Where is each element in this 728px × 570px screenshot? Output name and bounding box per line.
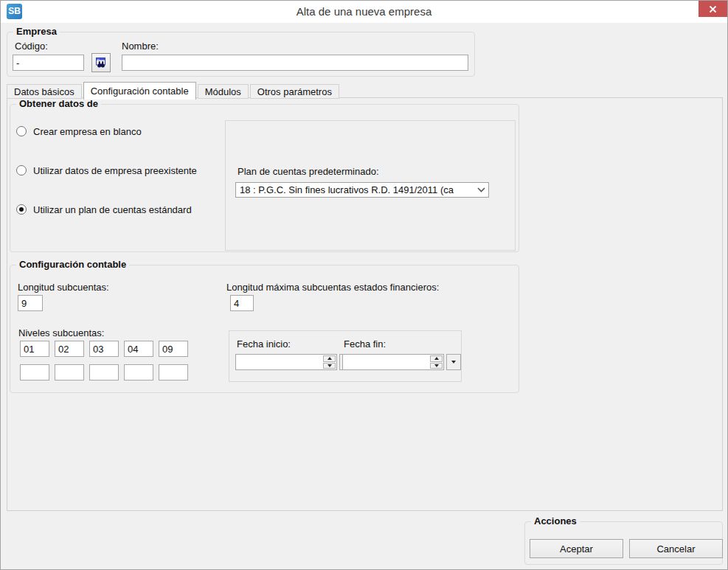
nivel-input-1[interactable] (20, 341, 49, 357)
fecha-inicio-label: Fecha inicio: (237, 338, 291, 350)
tab-configuracion-contable[interactable]: Configuración contable (83, 82, 196, 100)
nivel-input-4[interactable] (124, 341, 153, 357)
fecha-inicio-input[interactable] (236, 355, 310, 369)
titlebar: SB Alta de una nueva empresa (1, 1, 727, 23)
radio-datos-preexistente[interactable]: Utilizar datos de empresa preexistente (16, 164, 197, 176)
tabstrip: Datos básicos Configuración contable Mód… (7, 81, 341, 99)
configuracion-contable-group-title: Configuración contable (16, 259, 129, 270)
spin-up-button[interactable] (323, 355, 336, 362)
dialog-window: SB Alta de una nueva empresa Empresa Cód… (0, 0, 728, 570)
configuracion-contable-group: Configuración contable Longitud subcuent… (10, 265, 519, 393)
down-arrow-icon (434, 364, 439, 367)
aceptar-button[interactable]: Aceptar (530, 539, 623, 558)
down-arrow-icon (451, 361, 456, 364)
close-button[interactable] (698, 1, 727, 17)
up-arrow-icon (327, 357, 332, 360)
radio-crear-empresa-blanco[interactable]: Crear empresa en blanco (16, 125, 142, 137)
longitud-subcuentas-label: Longitud subcuentas: (18, 282, 109, 293)
down-arrow-icon (327, 364, 332, 367)
tab-datos-basicos[interactable]: Datos básicos (7, 84, 82, 99)
radio-button-icon[interactable] (16, 126, 27, 136)
nivel-input-2[interactable] (55, 341, 84, 357)
nombre-input[interactable] (122, 55, 468, 71)
acciones-group-title: Acciones (531, 515, 580, 526)
codigo-input[interactable] (13, 55, 84, 71)
nivel-input-5[interactable] (159, 341, 188, 357)
radio-button-icon[interactable] (16, 165, 27, 175)
fecha-fin-label: Fecha fin: (344, 338, 386, 350)
nivel-input-10[interactable] (159, 364, 188, 380)
plan-cuentas-combobox-value: 18 : P.G.C. Sin fines lucrativos R.D. 14… (240, 184, 454, 195)
spin-up-button[interactable] (430, 355, 443, 362)
fecha-inicio-spinner (323, 355, 336, 369)
radio-label: Crear empresa en blanco (33, 126, 142, 137)
fecha-inicio-field[interactable] (235, 354, 337, 370)
longitud-maxima-label: Longitud máxima subcuentas estados finan… (226, 282, 439, 293)
nivel-input-3[interactable] (89, 341, 119, 357)
longitud-subcuentas-input[interactable] (18, 295, 43, 311)
radio-button-selected-icon[interactable] (16, 204, 27, 215)
binoculars-search-icon (95, 57, 107, 69)
acciones-group: Acciones Aceptar Cancelar (524, 521, 723, 565)
radio-plan-cuentas-estandar[interactable]: Utilizar un plan de cuentas estándard (16, 204, 192, 215)
close-icon (709, 5, 717, 13)
fecha-fin-field[interactable] (342, 354, 444, 370)
search-button[interactable] (91, 53, 111, 72)
nombre-label: Nombre: (122, 41, 159, 52)
niveles-subcuentas-label: Niveles subcuentas: (18, 327, 104, 338)
spin-down-button[interactable] (323, 363, 336, 369)
tab-modulos[interactable]: Módulos (198, 84, 249, 99)
nivel-input-9[interactable] (124, 364, 153, 380)
obtener-datos-group-title: Obtener datos de (16, 98, 101, 109)
radio-label: Utilizar un plan de cuentas estándard (33, 204, 192, 215)
radio-label: Utilizar datos de empresa preexistente (33, 165, 197, 176)
fecha-fin-dropdown-button[interactable] (446, 354, 461, 370)
up-arrow-icon (434, 357, 439, 360)
codigo-label: Código: (15, 41, 48, 52)
window-title: Alta de una nueva empresa (1, 1, 727, 23)
fecha-fin-input[interactable] (343, 355, 417, 369)
spin-down-button[interactable] (430, 363, 443, 369)
nivel-input-8[interactable] (89, 364, 119, 380)
tab-otros-parametros[interactable]: Otros parámetros (250, 84, 339, 99)
plan-cuentas-label: Plan de cuentas predeterminado: (238, 166, 379, 177)
nivel-input-6[interactable] (20, 364, 49, 380)
longitud-maxima-input[interactable] (230, 295, 254, 311)
fechas-panel: Fecha inicio: Fecha fin: (229, 330, 462, 382)
obtener-datos-group: Obtener datos de Crear empresa en blanco… (10, 104, 519, 252)
cancelar-button[interactable]: Cancelar (629, 539, 723, 558)
nivel-input-7[interactable] (55, 364, 84, 380)
empresa-group-title: Empresa (13, 26, 60, 37)
plan-cuentas-panel: Plan de cuentas predeterminado: 18 : P.G… (225, 120, 516, 251)
empresa-group: Empresa Código: Nombre: (7, 32, 475, 77)
plan-cuentas-combobox[interactable]: 18 : P.G.C. Sin fines lucrativos R.D. 14… (235, 182, 489, 198)
fecha-fin-spinner (430, 355, 443, 369)
chevron-down-icon (477, 187, 485, 192)
